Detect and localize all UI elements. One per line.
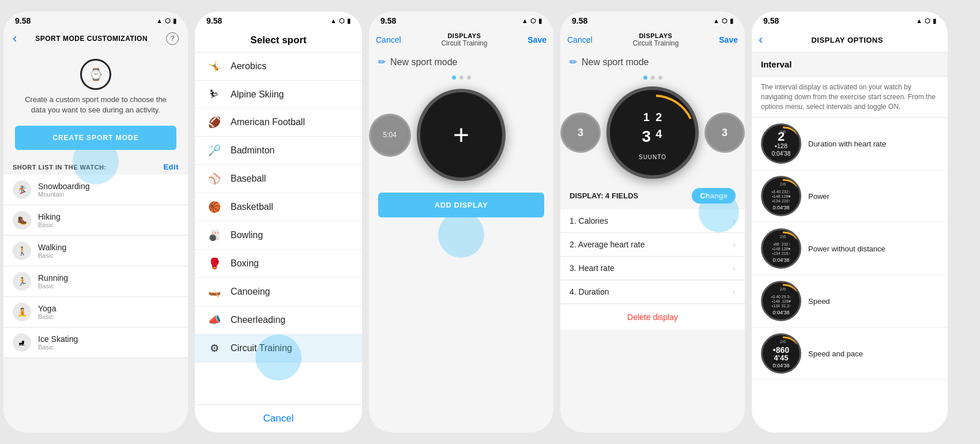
cancel-button[interactable]: Cancel bbox=[203, 413, 354, 424]
sport-select-icon: 🏈 bbox=[206, 116, 223, 129]
sport-icon: 🚶 bbox=[13, 242, 31, 260]
time-1: 9.58 bbox=[15, 16, 31, 25]
watch-arc-svg bbox=[610, 90, 702, 182]
cancel-nav-4[interactable]: Cancel bbox=[567, 35, 593, 44]
sport-info: Walking Basic bbox=[38, 243, 66, 259]
sport-select-item[interactable]: 📣 Cheerleading bbox=[195, 306, 362, 334]
sport-select-item[interactable]: ⛷ Alpine Skiing bbox=[195, 81, 362, 108]
sport-select-icon: 🏀 bbox=[206, 201, 223, 213]
sport-icon: 🧘 bbox=[13, 303, 31, 321]
field-chevron: › bbox=[733, 240, 736, 249]
time-5: 9.58 bbox=[763, 16, 779, 25]
back-arrow-1[interactable]: ‹ bbox=[13, 31, 17, 46]
back-icon-5[interactable]: ‹ bbox=[759, 32, 763, 47]
cancel-nav-3[interactable]: Cancel bbox=[376, 35, 401, 44]
sport-list-item: 🧘 Yoga Basic bbox=[3, 297, 188, 328]
nav-center-4: DISPLAYS Circuit Training bbox=[632, 32, 679, 47]
field-item[interactable]: 3. Heart rate › bbox=[560, 257, 745, 280]
sport-select-icon: ⚙ bbox=[206, 342, 223, 355]
sport-select-item[interactable]: 🏀 Basketball bbox=[195, 193, 362, 221]
sport-info: Snowboarding Mountain bbox=[38, 182, 90, 198]
cancel-bar: Cancel bbox=[195, 404, 362, 432]
field-chevron: › bbox=[733, 287, 736, 296]
sport-name: Yoga bbox=[38, 304, 56, 313]
sport-select-icon: 🥊 bbox=[206, 257, 223, 270]
sport-select-item[interactable]: 🏈 American Football bbox=[195, 108, 362, 137]
sport-select-icon: 🛶 bbox=[206, 285, 223, 298]
save-btn-4[interactable]: Save bbox=[719, 35, 738, 44]
sport-sub: Basic bbox=[38, 344, 78, 351]
display-option-item[interactable]: 2/6 •3.40 232↑ •148 128♥ •134 216↑ 0:04'… bbox=[752, 170, 948, 223]
status-bar-1: 9.58 ▲ ⬡ ▮ bbox=[3, 12, 188, 28]
page-title-1: SPORT MODE CUSTOMIZATION bbox=[35, 35, 148, 43]
sport-select-name: Baseball bbox=[231, 174, 266, 184]
sport-select-item[interactable]: 🎳 Bowling bbox=[195, 221, 362, 250]
option-label: Power without distance bbox=[808, 244, 885, 253]
save-btn-3[interactable]: Save bbox=[527, 35, 546, 44]
sport-select-item[interactable]: ⚾ Baseball bbox=[195, 165, 362, 193]
displays-nav-4: Cancel DISPLAYS Circuit Training Save bbox=[560, 28, 745, 52]
create-sport-mode-button[interactable]: CREATE SPORT MODE bbox=[15, 126, 176, 150]
sport-select-item[interactable]: 🤸 Aerobics bbox=[195, 52, 362, 81]
delete-display[interactable]: Delete display bbox=[560, 304, 745, 330]
display-option-item[interactable]: 2/6 •89 232↑ •148 128♥ •134 216↑ 0:04'38… bbox=[752, 223, 948, 275]
nav-center-3: DISPLAYS Circuit Training bbox=[441, 32, 487, 47]
field-chevron: › bbox=[733, 216, 736, 225]
field-number: 2. Average heart rate bbox=[570, 240, 645, 249]
watch-arc: 2/6 bbox=[763, 178, 801, 216]
phone-screen3: 9.58 ▲ ⬡ ▮ Cancel DISPLAYS Circuit Train… bbox=[369, 12, 553, 432]
sport-select-item[interactable]: 🏸 Badminton bbox=[195, 137, 362, 165]
sport-select-icon: ⛷ bbox=[206, 88, 223, 100]
sport-sub: Basic bbox=[38, 252, 66, 259]
field-item[interactable]: 2. Average heart rate › bbox=[560, 233, 745, 257]
displays-nav-3: Cancel DISPLAYS Circuit Training Save bbox=[369, 28, 553, 52]
sport-select-icon: 🏸 bbox=[206, 144, 223, 157]
sport-info: Ice Skating Basic bbox=[38, 334, 78, 351]
dot-active-3 bbox=[452, 76, 456, 80]
watch-arc: 2/6 bbox=[763, 283, 801, 321]
watch-arc: 2/6 bbox=[763, 230, 801, 269]
select-sport-title: Select sport bbox=[195, 28, 362, 52]
field-item[interactable]: 1. Calories › bbox=[560, 209, 745, 233]
sport-select-name: Bowling bbox=[231, 230, 263, 240]
edit-link[interactable]: Edit bbox=[163, 163, 179, 171]
sport-select-item[interactable]: 🥊 Boxing bbox=[195, 250, 362, 278]
shortlist-header: SHORT LIST IN THE WATCH: Edit bbox=[3, 156, 188, 175]
signal-icon: ▲ bbox=[156, 17, 163, 24]
sport-mode-name-4: ✏ New sport mode bbox=[560, 52, 745, 72]
sport-select-name: Alpine Skiing bbox=[231, 89, 284, 100]
field-item[interactable]: 4. Duration › bbox=[560, 280, 745, 304]
field-chevron: › bbox=[733, 264, 736, 273]
option-watch: 2/6 •860 4'45 0:04'38 bbox=[761, 333, 801, 374]
carousel-dots-3 bbox=[369, 72, 553, 83]
display-fields-header: DISPLAY: 4 FIELDS Change bbox=[560, 182, 745, 209]
status-icons-1: ▲ ⬡ ▮ bbox=[156, 17, 176, 25]
watch-arc: 2/6 bbox=[763, 125, 801, 164]
nav-bar-1: ‹ SPORT MODE CUSTOMIZATION ? bbox=[3, 28, 188, 50]
sport-sub: Basic bbox=[38, 313, 56, 320]
display-options-list: 2/6 2 •128 0:04'38 Duration with heart r… bbox=[752, 118, 948, 380]
display-option-item[interactable]: 2/6 •3.40 29.3↑ •148 128♥ •134 31.2↑ 0:0… bbox=[752, 275, 948, 328]
sport-select-item[interactable]: ⚙ Circuit Training bbox=[195, 334, 362, 363]
sport-list-item: 🏃 Running Basic bbox=[3, 266, 188, 297]
sport-name: Walking bbox=[38, 243, 66, 252]
status-icons-2: ▲ ⬡ ▮ bbox=[330, 17, 350, 25]
sport-select-item[interactable]: 🛶 Canoeing bbox=[195, 278, 362, 306]
watch-carousel-3: 5:04 + bbox=[369, 83, 553, 187]
display-option-item[interactable]: 2/6 •860 4'45 0:04'38 Speed and pace bbox=[752, 328, 948, 380]
status-bar-4: 9.58 ▲ ⬡ ▮ bbox=[560, 12, 745, 28]
sport-list: 🏂 Snowboarding Mountain 🥾 Hiking Basic 🚶… bbox=[3, 175, 188, 358]
watch-circle-icon: ⌚ bbox=[80, 59, 111, 90]
sport-icon: 🏂 bbox=[13, 180, 31, 199]
time-3: 9.58 bbox=[380, 16, 396, 25]
field-number: 1. Calories bbox=[570, 216, 608, 225]
dot-3-4 bbox=[658, 76, 662, 80]
change-button[interactable]: Change bbox=[692, 188, 736, 204]
battery-icon: ▮ bbox=[173, 17, 176, 25]
display-option-item[interactable]: 2/6 2 •128 0:04'38 Duration with heart r… bbox=[752, 118, 948, 170]
sport-info: Running Basic bbox=[38, 273, 68, 289]
status-icons-3: ▲ ⬡ ▮ bbox=[522, 17, 542, 25]
interval-header: Interval bbox=[752, 52, 948, 77]
help-button-1[interactable]: ? bbox=[166, 32, 179, 45]
watch-prev-3: 5:04 bbox=[369, 114, 411, 157]
